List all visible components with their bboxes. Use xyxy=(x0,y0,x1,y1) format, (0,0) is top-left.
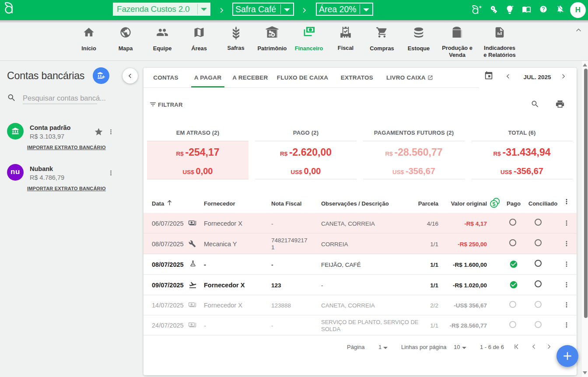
svg-text:$: $ xyxy=(493,201,496,207)
